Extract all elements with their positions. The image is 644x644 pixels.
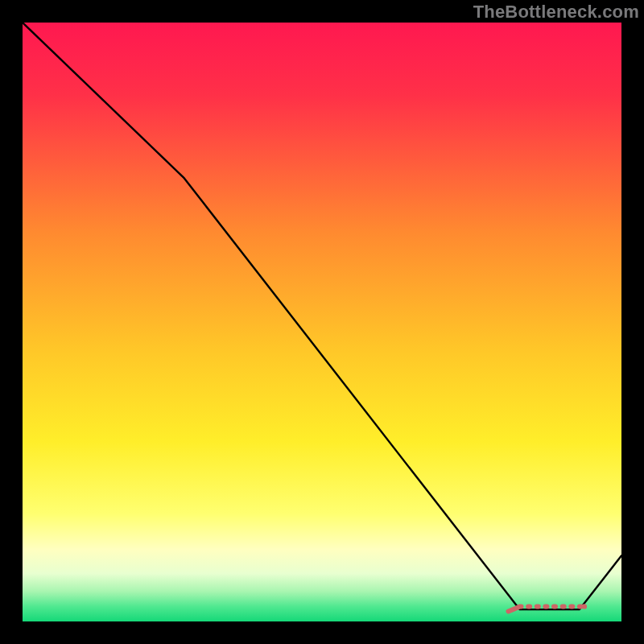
marker-dot (518, 604, 524, 609)
gradient-background (23, 23, 621, 621)
attribution-text: TheBottleneck.com (473, 2, 639, 23)
marker-end (582, 604, 587, 609)
marker-dot (535, 604, 541, 609)
marker-dot (543, 604, 549, 609)
marker-dot (526, 604, 532, 609)
marker-dot (560, 604, 567, 609)
chart-svg (23, 23, 621, 621)
marker-dot (568, 604, 575, 609)
chart-frame: TheBottleneck.com (0, 0, 644, 644)
marker-dot (551, 604, 558, 609)
plot-area (23, 23, 621, 621)
